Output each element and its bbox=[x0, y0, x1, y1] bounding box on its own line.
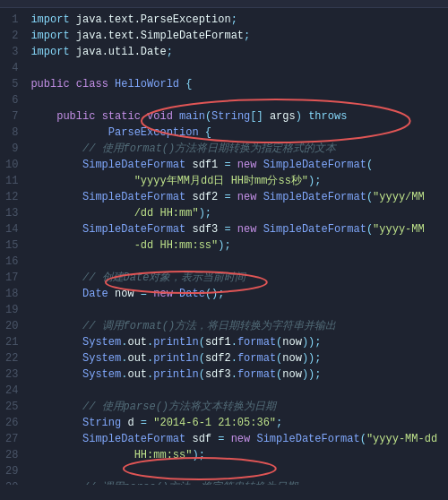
line-number: 4 bbox=[5, 60, 18, 76]
line-number: 8 bbox=[5, 125, 18, 141]
code-line: public static void main(String[] args) t… bbox=[30, 108, 443, 125]
code-line: import java.text.ParseException; bbox=[30, 12, 443, 28]
line-number: 6 bbox=[5, 92, 18, 108]
code-line: // 创建Date对象，表示当前时间 bbox=[30, 270, 443, 286]
line-number: 21 bbox=[5, 334, 18, 350]
code-line: import java.text.SimpleDateFormat; bbox=[30, 28, 443, 44]
code-line bbox=[30, 92, 443, 108]
line-number: 27 bbox=[5, 431, 18, 447]
line-number: 26 bbox=[5, 415, 18, 431]
line-number: 23 bbox=[5, 366, 18, 383]
line-number: 3 bbox=[5, 44, 18, 60]
code-line: System.out.println(sdf1.format(now)); bbox=[30, 334, 443, 350]
line-number: 12 bbox=[5, 189, 18, 205]
line-number: 29 bbox=[5, 463, 18, 479]
code-line: // 使用parse()方法将文本转换为日期 bbox=[30, 399, 443, 415]
code-line bbox=[30, 254, 443, 270]
line-number: 15 bbox=[5, 237, 18, 254]
line-number: 7 bbox=[5, 108, 18, 125]
code-line: // 调用format()方法，将日期转换为字符串并输出 bbox=[30, 318, 443, 334]
line-number: 22 bbox=[5, 350, 18, 366]
line-number: 11 bbox=[5, 173, 18, 189]
code-line: System.out.println(sdf3.format(now)); bbox=[30, 366, 443, 383]
code-line: ParseException { bbox=[30, 125, 443, 141]
line-number: 19 bbox=[5, 302, 18, 318]
line-number: 13 bbox=[5, 205, 18, 221]
code-area: import java.text.ParseException;import j… bbox=[25, 8, 448, 485]
code-line bbox=[30, 463, 443, 479]
code-line: SimpleDateFormat sdf1 = new SimpleDateFo… bbox=[30, 157, 443, 173]
line-number: 10 bbox=[5, 157, 18, 173]
code-content: import java.text.ParseException;import j… bbox=[25, 8, 448, 485]
line-number: 20 bbox=[5, 318, 18, 334]
line-number: 17 bbox=[5, 270, 18, 286]
code-line: -dd HH:mm:ss"); bbox=[30, 237, 443, 254]
code-line bbox=[30, 302, 443, 318]
code-line: SimpleDateFormat sdf3 = new SimpleDateFo… bbox=[30, 221, 443, 237]
code-line: /dd HH:mm"); bbox=[30, 205, 443, 221]
code-line: import java.util.Date; bbox=[30, 44, 443, 60]
line-number: 16 bbox=[5, 254, 18, 270]
code-line: "yyyy年MM月dd日 HH时mm分ss秒"); bbox=[30, 173, 443, 189]
line-number: 30 bbox=[5, 479, 18, 485]
code-line: // 使用format()方法将日期转换为指定格式的文本 bbox=[30, 141, 443, 157]
line-number: 1 bbox=[5, 12, 18, 28]
line-number: 28 bbox=[5, 447, 18, 463]
line-number: 18 bbox=[5, 286, 18, 302]
code-line: SimpleDateFormat sdf2 = new SimpleDateFo… bbox=[30, 189, 443, 205]
line-number: 2 bbox=[5, 28, 18, 44]
code-line: HH:mm:ss"); bbox=[30, 447, 443, 463]
code-line: public class HelloWorld { bbox=[30, 76, 443, 92]
code-line: // 调用parse()方法，将字符串转换为日期 bbox=[30, 479, 443, 485]
code-line bbox=[30, 383, 443, 399]
line-number: 25 bbox=[5, 399, 18, 415]
code-line bbox=[30, 60, 443, 76]
code-line: SimpleDateFormat sdf = new SimpleDateFor… bbox=[30, 431, 443, 447]
line-number: 14 bbox=[5, 221, 18, 237]
title-bar bbox=[0, 0, 448, 8]
code-line: System.out.println(sdf2.format(now)); bbox=[30, 350, 443, 366]
line-number: 24 bbox=[5, 383, 18, 399]
line-number: 9 bbox=[5, 141, 18, 157]
line-numbers: 1234567891011121314151617181920212223242… bbox=[0, 8, 25, 485]
line-number: 5 bbox=[5, 76, 18, 92]
code-line: Date now = new Date(); bbox=[30, 286, 443, 302]
code-line: String d = "2014-6-1 21:05:36"; bbox=[30, 415, 443, 431]
